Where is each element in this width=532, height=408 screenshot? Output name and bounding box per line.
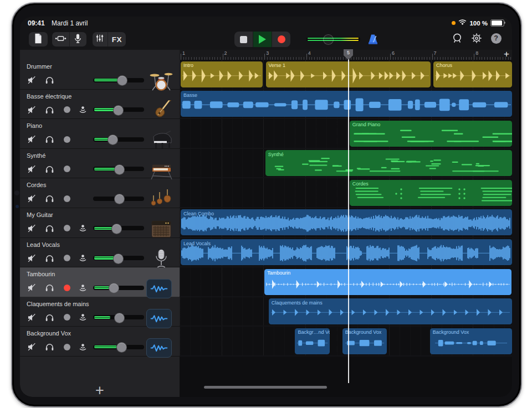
- record-enable-button[interactable]: [62, 254, 72, 263]
- loop-browser-button[interactable]: [451, 32, 463, 44]
- headphones-button[interactable]: [44, 194, 54, 203]
- mute-button[interactable]: [27, 194, 37, 203]
- volume-slider-knob[interactable]: [111, 224, 122, 234]
- headphones-button[interactable]: [44, 254, 54, 263]
- tracks-view-button[interactable]: [52, 32, 69, 47]
- record-enable-button[interactable]: [62, 164, 72, 174]
- volume-slider-knob[interactable]: [114, 313, 125, 323]
- mixer-button[interactable]: [93, 32, 108, 47]
- headphones-button[interactable]: [44, 75, 54, 85]
- headphones-button[interactable]: [44, 164, 54, 174]
- volume-slider[interactable]: [93, 286, 144, 290]
- mute-button[interactable]: [27, 105, 37, 115]
- mute-button[interactable]: [27, 164, 37, 174]
- volume-slider[interactable]: [93, 137, 144, 142]
- headphones-button[interactable]: [44, 283, 54, 292]
- mute-button[interactable]: [27, 254, 37, 263]
- headphones-button[interactable]: [44, 105, 54, 115]
- instrument-icon[interactable]: [147, 70, 175, 91]
- track-lane[interactable]: Backgr…nd VoxBackground VoxBackground Vo…: [180, 327, 512, 357]
- headphones-button[interactable]: [44, 313, 54, 322]
- mute-button[interactable]: [27, 224, 37, 233]
- track-lane[interactable]: Tambourin: [180, 267, 512, 297]
- master-level-meter[interactable]: [306, 37, 360, 42]
- level-meter-knob[interactable]: [323, 34, 334, 45]
- volume-slider[interactable]: [93, 345, 144, 349]
- volume-slider[interactable]: [93, 197, 144, 201]
- track-header[interactable]: Claquements de mains: [20, 297, 180, 327]
- track-lane[interactable]: IntroVerse 1Chorus: [180, 60, 512, 90]
- region-background-vox[interactable]: Background Vox: [342, 328, 387, 354]
- input-monitor-button[interactable]: [78, 254, 88, 263]
- track-lane[interactable]: Basse: [180, 90, 512, 120]
- region-background-vox[interactable]: Background Vox: [430, 328, 512, 354]
- track-header[interactable]: Basse électrique: [20, 90, 180, 120]
- instrument-icon[interactable]: [146, 338, 172, 358]
- volume-slider-knob[interactable]: [113, 105, 124, 116]
- horizontal-scrollbar[interactable]: [204, 386, 327, 389]
- region-cordes[interactable]: Cordes: [350, 180, 512, 206]
- volume-slider[interactable]: [93, 226, 144, 230]
- record-enable-button[interactable]: [62, 283, 72, 292]
- track-header[interactable]: My Guitar: [20, 208, 180, 238]
- instrument-icon[interactable]: [146, 279, 172, 298]
- fx-button[interactable]: FX: [108, 32, 126, 47]
- instrument-icon[interactable]: [147, 159, 175, 180]
- mute-button[interactable]: [27, 342, 37, 352]
- volume-slider[interactable]: [93, 315, 144, 319]
- region-grand-piano[interactable]: Grand Piano: [350, 121, 512, 147]
- mute-button[interactable]: [27, 135, 37, 144]
- track-lane[interactable]: Cordes: [180, 178, 512, 208]
- track-header[interactable]: Piano: [20, 119, 180, 149]
- input-monitor-button[interactable]: [78, 224, 88, 233]
- instrument-icon[interactable]: [147, 100, 175, 121]
- instrument-icon[interactable]: [146, 309, 172, 328]
- input-monitor-button[interactable]: [78, 313, 88, 322]
- region-tambourin[interactable]: Tambourin: [264, 269, 511, 295]
- add-section-button[interactable]: +: [504, 49, 509, 60]
- metronome-button[interactable]: [367, 33, 379, 48]
- volume-slider[interactable]: [93, 256, 144, 260]
- track-lane[interactable]: Synthé: [180, 149, 512, 179]
- track-header[interactable]: Synthé: [20, 149, 180, 179]
- instrument-view-button[interactable]: [69, 32, 87, 47]
- help-button[interactable]: ?: [490, 32, 502, 44]
- record-enable-button[interactable]: [62, 224, 72, 233]
- track-header[interactable]: Drummer: [20, 60, 180, 90]
- record-enable-button[interactable]: [62, 313, 72, 322]
- input-monitor-button[interactable]: [78, 105, 88, 115]
- record-enable-button[interactable]: [62, 194, 72, 203]
- stop-button[interactable]: [234, 32, 253, 47]
- record-enable-button[interactable]: [62, 135, 72, 144]
- region-lead-vocals[interactable]: Lead Vocals: [181, 239, 512, 265]
- volume-slider-knob[interactable]: [109, 283, 119, 293]
- mute-button[interactable]: [27, 283, 37, 292]
- volume-slider-knob[interactable]: [116, 342, 127, 353]
- region-clean-combo[interactable]: Clean Combo: [181, 209, 512, 235]
- volume-slider-knob[interactable]: [114, 194, 125, 204]
- region-intro[interactable]: Intro: [181, 61, 263, 87]
- record-enable-button[interactable]: [62, 342, 72, 352]
- volume-slider-knob[interactable]: [108, 135, 118, 145]
- headphones-button[interactable]: [44, 224, 54, 233]
- volume-slider-knob[interactable]: [114, 164, 125, 175]
- region-synth-[interactable]: Synthé: [265, 150, 512, 176]
- timeline-lanes[interactable]: IntroVerse 1ChorusBasseGrand PianoSynthé…: [180, 60, 512, 357]
- volume-slider[interactable]: [93, 107, 144, 112]
- mute-button[interactable]: [27, 313, 37, 322]
- volume-slider-knob[interactable]: [113, 254, 124, 264]
- instrument-icon[interactable]: [147, 189, 175, 210]
- track-lane[interactable]: Claquements de mains: [180, 297, 512, 327]
- my-songs-button[interactable]: [29, 32, 48, 47]
- track-header[interactable]: Tambourin: [20, 267, 180, 297]
- track-header[interactable]: Lead Vocals: [20, 238, 180, 268]
- track-lane[interactable]: Clean Combo: [180, 208, 512, 238]
- volume-slider[interactable]: [93, 167, 144, 171]
- settings-gear-button[interactable]: [470, 32, 483, 44]
- volume-slider[interactable]: [93, 78, 144, 82]
- volume-slider-knob[interactable]: [117, 75, 127, 86]
- region-claquements-de-mains[interactable]: Claquements de mains: [269, 298, 512, 324]
- playhead-line[interactable]: [348, 59, 349, 383]
- track-header[interactable]: Cordes: [20, 178, 180, 208]
- input-monitor-button[interactable]: [78, 342, 88, 352]
